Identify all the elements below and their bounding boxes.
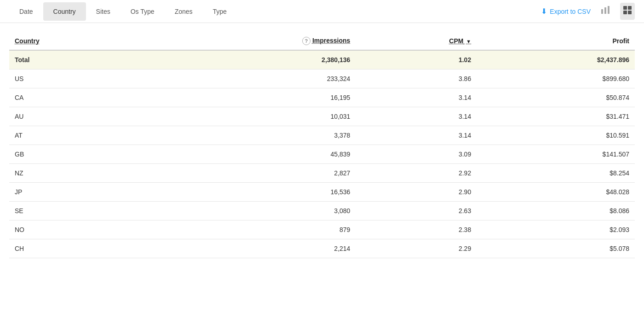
- row-country: NO: [9, 220, 140, 239]
- svg-rect-0: [601, 9, 603, 14]
- row-profit: $5.078: [477, 239, 635, 258]
- row-impressions: 2,827: [140, 164, 356, 183]
- row-cpm: 3.09: [356, 145, 477, 164]
- export-label: Export to CSV: [550, 8, 591, 15]
- row-impressions: 3,080: [140, 202, 356, 220]
- table-total-row: Total 2,380,136 1.02 $2,437.896: [9, 50, 635, 70]
- row-impressions: 2,214: [140, 239, 356, 258]
- row-country: CA: [9, 88, 140, 107]
- table-container: Country ?Impressions CPM ▼ Profit Total …: [0, 23, 644, 258]
- row-impressions: 16,536: [140, 183, 356, 202]
- table-row: AU 10,031 3.14 $31.471: [9, 107, 635, 126]
- row-impressions: 45,839: [140, 145, 356, 164]
- tab-os-type[interactable]: Os Type: [121, 2, 165, 21]
- export-csv-button[interactable]: ⬇ Export to CSV: [541, 7, 591, 16]
- table-row: CH 2,214 2.29 $5.078: [9, 239, 635, 258]
- total-country: Total: [9, 50, 140, 70]
- row-country: GB: [9, 145, 140, 164]
- svg-rect-4: [628, 6, 632, 10]
- table-row: NO 879 2.38 $2.093: [9, 220, 635, 239]
- svg-rect-6: [628, 11, 632, 14]
- svg-rect-2: [608, 6, 610, 14]
- row-cpm: 3.14: [356, 126, 477, 145]
- row-country: CH: [9, 239, 140, 258]
- row-profit: $141.507: [477, 145, 635, 164]
- tab-bar: DateCountrySitesOs TypeZonesType ⬇ Expor…: [0, 0, 644, 23]
- grid-view-icon[interactable]: [620, 3, 635, 20]
- table-row: SE 3,080 2.63 $8.086: [9, 202, 635, 220]
- col-header-profit: Profit: [477, 32, 635, 50]
- row-profit: $50.874: [477, 88, 635, 107]
- row-country: SE: [9, 202, 140, 220]
- tab-country[interactable]: Country: [43, 2, 86, 21]
- table-row: GB 45,839 3.09 $141.507: [9, 145, 635, 164]
- total-impressions: 2,380,136: [140, 50, 356, 70]
- table-header-row: Country ?Impressions CPM ▼ Profit: [9, 32, 635, 50]
- row-country: AU: [9, 107, 140, 126]
- row-profit: $31.471: [477, 107, 635, 126]
- impressions-info-icon[interactable]: ?: [302, 37, 310, 45]
- tab-date[interactable]: Date: [9, 2, 43, 21]
- tab-sites[interactable]: Sites: [86, 2, 121, 21]
- row-profit: $10.591: [477, 126, 635, 145]
- row-impressions: 16,195: [140, 88, 356, 107]
- svg-rect-3: [623, 6, 627, 10]
- row-country: JP: [9, 183, 140, 202]
- table-row: CA 16,195 3.14 $50.874: [9, 88, 635, 107]
- download-icon: ⬇: [541, 7, 547, 16]
- tab-list: DateCountrySitesOs TypeZonesType: [9, 2, 541, 21]
- total-cpm: 1.02: [356, 50, 477, 70]
- row-cpm: 2.29: [356, 239, 477, 258]
- row-profit: $8.086: [477, 202, 635, 220]
- row-profit: $2.093: [477, 220, 635, 239]
- row-impressions: 3,378: [140, 126, 356, 145]
- table-row: AT 3,378 3.14 $10.591: [9, 126, 635, 145]
- row-impressions: 233,324: [140, 70, 356, 88]
- col-header-country: Country: [9, 32, 140, 50]
- svg-rect-1: [604, 7, 606, 14]
- row-profit: $48.028: [477, 183, 635, 202]
- row-impressions: 879: [140, 220, 356, 239]
- toolbar-right: ⬇ Export to CSV: [541, 3, 635, 20]
- row-cpm: 2.63: [356, 202, 477, 220]
- row-cpm: 3.14: [356, 88, 477, 107]
- row-impressions: 10,031: [140, 107, 356, 126]
- row-cpm: 3.86: [356, 70, 477, 88]
- row-cpm: 3.14: [356, 107, 477, 126]
- col-header-cpm[interactable]: CPM ▼: [356, 32, 477, 50]
- row-country: AT: [9, 126, 140, 145]
- row-profit: $899.680: [477, 70, 635, 88]
- svg-rect-5: [623, 11, 627, 14]
- bar-chart-icon[interactable]: [598, 3, 613, 20]
- row-cpm: 2.92: [356, 164, 477, 183]
- row-country: US: [9, 70, 140, 88]
- row-cpm: 2.38: [356, 220, 477, 239]
- col-header-impressions: ?Impressions: [140, 32, 356, 50]
- total-profit: $2,437.896: [477, 50, 635, 70]
- tab-zones[interactable]: Zones: [165, 2, 203, 21]
- table-row: NZ 2,827 2.92 $8.254: [9, 164, 635, 183]
- tab-type[interactable]: Type: [203, 2, 237, 21]
- table-row: US 233,324 3.86 $899.680: [9, 70, 635, 88]
- table-row: JP 16,536 2.90 $48.028: [9, 183, 635, 202]
- cpm-sort-arrow: ▼: [466, 39, 471, 44]
- row-country: NZ: [9, 164, 140, 183]
- row-profit: $8.254: [477, 164, 635, 183]
- data-table: Country ?Impressions CPM ▼ Profit Total …: [9, 32, 635, 258]
- row-cpm: 2.90: [356, 183, 477, 202]
